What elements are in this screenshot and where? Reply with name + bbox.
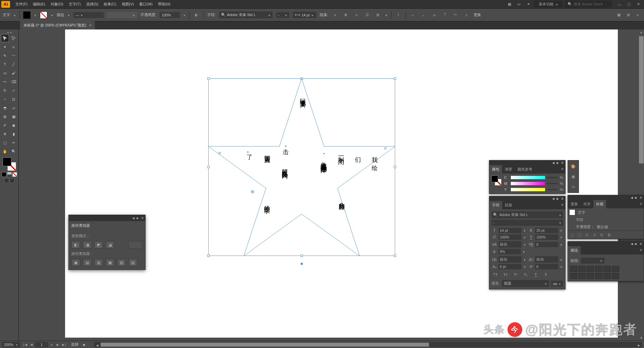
menu-icon[interactable]: ≡ (634, 11, 641, 19)
font-style[interactable]: - (276, 12, 289, 18)
kerning-field[interactable]: VA自动 (491, 241, 527, 248)
gradient-mode[interactable] (7, 172, 12, 177)
leading-field[interactable]: Ā26 pt (528, 228, 563, 233)
setup-icon[interactable]: ▦ (615, 11, 623, 19)
color-mode[interactable] (2, 172, 6, 177)
align-tab[interactable]: 对齐 (581, 200, 593, 208)
font-size[interactable]: ⟷14 pt (293, 12, 316, 18)
panel-menu-icon[interactable]: ≡ (560, 201, 565, 209)
c-slider[interactable] (511, 176, 545, 179)
direct-selection-tool[interactable] (10, 34, 18, 42)
color-fill-stroke[interactable] (491, 176, 501, 186)
allcaps-icon[interactable]: TT (491, 271, 499, 278)
warp-icon[interactable]: ⌇ (395, 11, 402, 19)
artboard-tool[interactable]: ▢ (1, 139, 9, 147)
selection-tool[interactable] (1, 34, 9, 42)
m-slider[interactable] (511, 182, 545, 185)
type-tool[interactable]: T (1, 60, 9, 68)
mesh-tool[interactable]: ⊞ (1, 113, 9, 121)
underline-icon[interactable]: T̲ (532, 271, 540, 278)
paintbrush-tool[interactable]: 🖌 (10, 69, 18, 77)
brush-def[interactable] (107, 12, 137, 18)
align-t-icon[interactable]: ⊤ (441, 11, 449, 19)
panel-collapse-icon[interactable]: ◄◄ (551, 161, 559, 165)
opacity-field[interactable]: 100% (160, 12, 180, 18)
justify-icon[interactable]: ☰ (364, 11, 371, 19)
new-stroke-icon[interactable]: ◯ (577, 232, 583, 237)
horizontal-scrollbar[interactable]: ◄ ► (94, 342, 642, 347)
lasso-tool[interactable]: ⊂ (10, 43, 18, 51)
slice-tool[interactable]: ✂ (10, 139, 18, 147)
menu-type[interactable]: 文字(T) (66, 0, 84, 8)
gradient-tab[interactable]: 渐变 (502, 165, 515, 173)
panel-menu-icon[interactable]: ≡ (560, 165, 565, 173)
fx-icon[interactable]: fx (584, 232, 590, 237)
intersect-icon[interactable]: ◩ (94, 241, 103, 249)
strikethrough-icon[interactable]: Ŧ (542, 271, 550, 278)
panel-close-icon[interactable]: ✕ (561, 197, 564, 201)
scroll-left-icon[interactable]: ◄ (95, 343, 100, 348)
language-field[interactable]: 英国 (502, 280, 549, 287)
align-b-icon[interactable]: ⊥ (463, 11, 470, 19)
graph-tool[interactable]: ▮ (10, 130, 18, 138)
gradient-tool[interactable]: ▦ (10, 113, 18, 121)
tategaki-icon[interactable]: ⊞ (374, 11, 382, 19)
recolor-icon[interactable]: ◐ (193, 11, 200, 19)
artboard-dd[interactable] (49, 342, 54, 347)
cap-round-icon[interactable] (578, 266, 586, 272)
var-width-profile[interactable]: — (73, 12, 104, 18)
arrow-end-icon[interactable] (603, 273, 611, 279)
panel-menu-icon[interactable]: ≡ (638, 246, 644, 255)
baseline-shift-field[interactable]: Aₐ0 pt (491, 264, 527, 269)
align-r-icon[interactable]: ⫡ (431, 11, 438, 19)
prev-artboard-icon[interactable]: ◄ (29, 342, 34, 347)
color-wheel-icon[interactable]: 🎨 (569, 162, 577, 170)
appearance-tab[interactable]: 外观 (593, 200, 606, 208)
stroke-weight-field[interactable] (581, 258, 604, 264)
dup-icon[interactable]: ⧉ (599, 232, 605, 237)
join-round-icon[interactable] (603, 266, 611, 272)
rotation-field[interactable]: ⟳0 (528, 264, 563, 269)
y-slider[interactable] (511, 188, 545, 191)
cap-square-icon[interactable] (587, 266, 594, 272)
panel-close-icon[interactable]: ✕ (639, 242, 642, 246)
appearance-opacity-value[interactable]: 默认值 (597, 224, 608, 229)
artboard-number[interactable]: 1 (35, 342, 48, 347)
subscript-icon[interactable]: T₁ (522, 271, 530, 278)
zoom-tool[interactable]: 🔍 (10, 147, 18, 155)
crop-icon[interactable]: ▦ (106, 259, 114, 266)
stroke-weight-dd[interactable] (67, 13, 70, 17)
align-outside-stroke-icon[interactable] (587, 273, 594, 279)
paragraph-tab[interactable]: 段落 (502, 201, 515, 209)
hscroll-thumb[interactable] (101, 343, 429, 347)
tab-close-icon[interactable]: ✕ (89, 23, 92, 27)
center-point[interactable] (301, 263, 303, 265)
menu-object[interactable]: 对象(O) (48, 0, 66, 8)
current-tool[interactable]: 选择► (69, 341, 88, 348)
exclude-icon[interactable]: ◪ (106, 241, 114, 249)
panel-menu-icon[interactable]: ≡ (638, 200, 644, 208)
fill-dd[interactable] (34, 13, 37, 17)
m-value[interactable] (547, 183, 558, 184)
last-artboard-icon[interactable]: ►| (61, 342, 66, 347)
arrow-start-icon[interactable] (595, 273, 602, 279)
none-mode[interactable] (12, 172, 17, 177)
transform-label[interactable]: 变换 (474, 12, 481, 17)
scroll-right-icon[interactable]: ► (636, 343, 642, 348)
full-screen[interactable] (10, 178, 14, 183)
align-m-icon[interactable]: ⊢ (452, 11, 460, 19)
panel-close-icon[interactable]: ✕ (141, 216, 144, 220)
font-size-field[interactable]: T14 pt (491, 228, 527, 233)
normal-screen[interactable] (4, 178, 9, 183)
align-center-icon[interactable]: ≣ (342, 11, 350, 19)
expand-button[interactable] (128, 241, 143, 249)
para-more-dd[interactable] (385, 13, 388, 17)
trash-icon[interactable]: 🗑 (606, 232, 612, 237)
clear-icon[interactable]: ⊘ (591, 232, 597, 237)
hscale-field[interactable]: T̲100% (528, 234, 563, 240)
panel-close-icon[interactable]: ✕ (561, 161, 564, 165)
font-family[interactable]: 🔍Adobe 宋体 Std L (219, 11, 273, 18)
align-c-icon[interactable]: ⫠ (420, 11, 427, 19)
outline-icon[interactable]: ▧ (117, 259, 126, 266)
text-out-port[interactable] (384, 147, 386, 149)
